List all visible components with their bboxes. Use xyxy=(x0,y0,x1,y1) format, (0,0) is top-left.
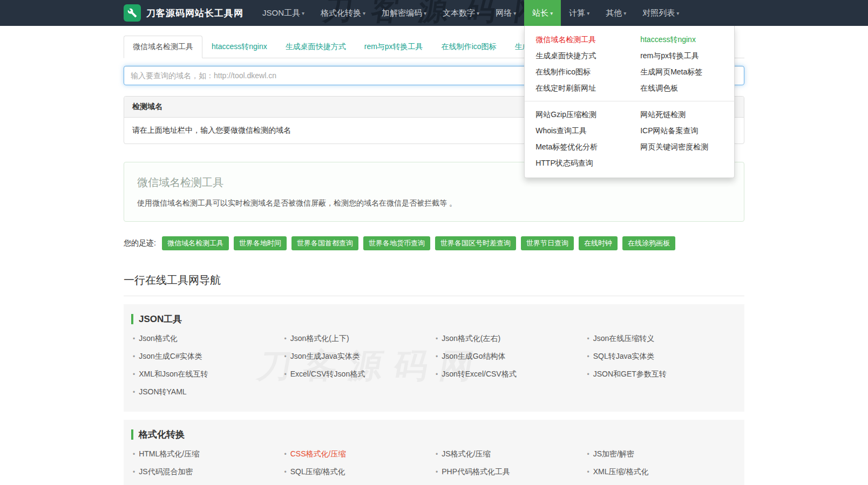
tab-htaccess转nginx[interactable]: htaccess转nginx xyxy=(202,36,276,58)
dropdown-item-Meta标签优化分析[interactable]: Meta标签优化分析 xyxy=(525,139,629,155)
webmaster-dropdown-menu: 微信域名检测工具htaccess转nginx生成桌面快捷方式rem与px转换工具… xyxy=(524,26,735,178)
bullet-icon: • xyxy=(284,353,287,360)
tool-link-Json转Excel/CSV格式[interactable]: •Json转Excel/CSV格式 xyxy=(434,365,586,383)
tool-link-Json在线压缩转义[interactable]: •Json在线压缩转义 xyxy=(586,330,737,347)
dropdown-item-htaccess转nginx[interactable]: htaccess转nginx xyxy=(629,31,734,47)
dropdown-item-网站死链检测[interactable]: 网站死链检测 xyxy=(629,106,734,122)
tool-link-XML和Json在线互转[interactable]: •XML和Json在线互转 xyxy=(131,365,283,383)
bullet-icon: • xyxy=(436,353,438,360)
footprint-button-世界各地时间[interactable]: 世界各地时间 xyxy=(234,236,287,250)
bullet-icon: • xyxy=(133,468,135,476)
nav-item-站长[interactable]: 站长▾微信域名检测工具htaccess转nginx生成桌面快捷方式rem与px转… xyxy=(524,0,561,26)
dropdown-item-Whois查询工具[interactable]: Whois查询工具 xyxy=(525,122,629,139)
tool-link-JSON和GET参数互转[interactable]: •JSON和GET参数互转 xyxy=(586,365,737,383)
tool-link-JS格式化/压缩[interactable]: •JS格式化/压缩 xyxy=(434,445,586,463)
nav-item-格式化转换[interactable]: 格式化转换▾ xyxy=(313,0,374,26)
dropdown-item-网站Gzip压缩检测[interactable]: 网站Gzip压缩检测 xyxy=(525,106,629,122)
footprint-button-世界各国区号时差查询[interactable]: 世界各国区号时差查询 xyxy=(435,236,516,250)
brand[interactable]: 刀客源码网站长工具网 xyxy=(124,0,254,26)
tool-link-label: XML压缩/格式化 xyxy=(593,467,649,476)
dropdown-item-在线定时刷新网址[interactable]: 在线定时刷新网址 xyxy=(525,80,629,96)
nav-item-网络[interactable]: 网络▾ xyxy=(487,0,524,26)
dropdown-item-网页关键词密度检测[interactable]: 网页关键词密度检测 xyxy=(629,139,734,155)
dropdown-item-HTTP状态码查询[interactable]: HTTP状态码查询 xyxy=(525,155,629,171)
tool-link-JS加密/解密[interactable]: •JS加密/解密 xyxy=(586,445,737,463)
dropdown-group: 网站Gzip压缩检测网站死链检测Whois查询工具ICP网站备案查询Meta标签… xyxy=(525,106,734,171)
dropdown-item-ICP网站备案查询[interactable]: ICP网站备案查询 xyxy=(629,122,734,139)
caret-down-icon: ▾ xyxy=(424,10,426,16)
nav-item-其他[interactable]: 其他▾ xyxy=(598,0,634,26)
footprint-button-世界各地货币查询[interactable]: 世界各地货币查询 xyxy=(363,236,430,250)
tool-link-Json生成C#实体类[interactable]: •Json生成C#实体类 xyxy=(131,347,283,365)
nav-item-计算[interactable]: 计算▾ xyxy=(561,0,598,26)
section-title: 格式化转换 xyxy=(131,429,737,440)
dropdown-item-在线制作ico图标[interactable]: 在线制作ico图标 xyxy=(525,64,629,80)
bullet-icon: • xyxy=(436,450,438,458)
nav-item-label: 网络 xyxy=(496,8,512,17)
footprint-button-在线时钟[interactable]: 在线时钟 xyxy=(579,236,618,250)
top-navbar: 刀客源码网 刀客源码网站长工具网 JSON工具▾格式化转换▾加解密编码▾文本数字… xyxy=(0,0,868,26)
footprints-bar: 您的足迹: 微信域名检测工具世界各地时间世界各国首都查询世界各地货币查询世界各国… xyxy=(124,236,744,250)
tool-link-Json生成Java实体类[interactable]: •Json生成Java实体类 xyxy=(283,347,435,365)
nav-item-JSON工具[interactable]: JSON工具▾ xyxy=(254,0,313,26)
nav-item-label: 其他 xyxy=(606,8,622,17)
tool-link-Excel/CSV转Json格式[interactable]: •Excel/CSV转Json格式 xyxy=(283,365,435,383)
tool-grid: •HTML格式化/压缩•CSS格式化/压缩•JS格式化/压缩•JS加密/解密•J… xyxy=(131,445,737,485)
tool-link-JAVA代码格式化工具[interactable]: •JAVA代码格式化工具 xyxy=(283,481,435,485)
dropdown-divider xyxy=(525,101,734,101)
tool-link-CSS格式化/压缩[interactable]: •CSS格式化/压缩 xyxy=(283,445,435,463)
tool-section-JSON工具: 刀客源码网JSON工具•Json格式化•Json格式化(上下)•Json格式化(… xyxy=(124,304,744,412)
footprint-button-世界节日查询[interactable]: 世界节日查询 xyxy=(521,236,574,250)
tool-link-label: JS代码混合加密 xyxy=(139,467,193,476)
dropdown-item-在线调色板[interactable]: 在线调色板 xyxy=(629,80,734,96)
tool-link-PHP代码格式化工具[interactable]: •PHP代码格式化工具 xyxy=(434,463,586,481)
tool-link-label: SQL压缩/格式化 xyxy=(290,467,345,476)
tool-link-Json格式化[interactable]: •Json格式化 xyxy=(131,330,283,347)
tool-link-SQL压缩/格式化[interactable]: •SQL压缩/格式化 xyxy=(283,463,435,481)
nav-item-label: 加解密编码 xyxy=(382,8,422,17)
tool-section-格式化转换: 格式化转换•HTML格式化/压缩•CSS格式化/压缩•JS格式化/压缩•JS加密… xyxy=(124,420,744,485)
nav-item-文本数字[interactable]: 文本数字▾ xyxy=(435,0,487,26)
bullet-icon: • xyxy=(436,371,438,378)
tool-link-label: Json生成Java实体类 xyxy=(290,352,360,360)
bullet-icon: • xyxy=(587,450,589,458)
tool-link-label: JS加密/解密 xyxy=(593,449,634,458)
tool-link-Json格式化(上下)[interactable]: •Json格式化(上下) xyxy=(283,330,435,347)
bullet-icon: • xyxy=(587,353,589,360)
navbar-menu: JSON工具▾格式化转换▾加解密编码▾文本数字▾网络▾站长▾微信域名检测工具ht… xyxy=(254,0,687,26)
tool-link-SQL转Java实体类[interactable]: •SQL转Java实体类 xyxy=(586,347,737,365)
tab-生成桌面快捷方式[interactable]: 生成桌面快捷方式 xyxy=(276,36,355,58)
tool-link-JSON转YAML[interactable]: •JSON转YAML xyxy=(131,383,283,401)
tab-在线制作ico图标[interactable]: 在线制作ico图标 xyxy=(432,36,506,58)
nav-item-加解密编码[interactable]: 加解密编码▾ xyxy=(374,0,435,26)
bullet-icon: • xyxy=(284,450,287,458)
tool-link-Json格式化(左右)[interactable]: •Json格式化(左右) xyxy=(434,330,586,347)
tab-rem与px转换工具[interactable]: rem与px转换工具 xyxy=(355,36,432,58)
tool-link-HTML格式化/压缩[interactable]: •HTML格式化/压缩 xyxy=(131,445,283,463)
dropdown-item-微信域名检测工具[interactable]: 微信域名检测工具 xyxy=(525,31,629,47)
nav-item-label: 计算 xyxy=(569,8,585,17)
footprint-button-在线涂鸦画板[interactable]: 在线涂鸦画板 xyxy=(622,236,675,250)
tool-link-label: JS格式化/压缩 xyxy=(442,449,490,458)
section-title: JSON工具 xyxy=(131,314,737,324)
tool-link-C#代码格式化工具[interactable]: •C#代码格式化工具 xyxy=(131,481,283,485)
bullet-icon: • xyxy=(284,371,287,378)
dropdown-item-生成网页Meta标签[interactable]: 生成网页Meta标签 xyxy=(629,64,734,80)
bullet-icon: • xyxy=(436,335,438,343)
dropdown-item-生成桌面快捷方式[interactable]: 生成桌面快捷方式 xyxy=(525,47,629,64)
footprint-button-微信域名检测工具[interactable]: 微信域名检测工具 xyxy=(162,236,229,250)
tool-link-Json生成Go结构体[interactable]: •Json生成Go结构体 xyxy=(434,347,586,365)
tool-link-SQL代码格式化工具[interactable]: •SQL代码格式化工具 xyxy=(434,481,586,485)
bullet-icon: • xyxy=(587,335,589,343)
tab-微信域名检测工具[interactable]: 微信域名检测工具 xyxy=(124,36,202,58)
tool-link-label: Json格式化(上下) xyxy=(290,334,349,343)
tool-link-Python代码格式化工具[interactable]: •Python代码格式化工具 xyxy=(586,481,737,485)
tool-link-label: XML和Json在线互转 xyxy=(139,370,208,378)
tool-link-XML压缩/格式化[interactable]: •XML压缩/格式化 xyxy=(586,463,737,481)
footprint-button-世界各国首都查询[interactable]: 世界各国首都查询 xyxy=(291,236,358,250)
tool-link-label: Json格式化(左右) xyxy=(442,334,500,343)
tool-link-label: JSON和GET参数互转 xyxy=(593,370,667,378)
dropdown-item-rem与px转换工具[interactable]: rem与px转换工具 xyxy=(629,47,734,64)
nav-item-对照列表[interactable]: 对照列表▾ xyxy=(634,0,687,26)
tool-link-JS代码混合加密[interactable]: •JS代码混合加密 xyxy=(131,463,283,481)
